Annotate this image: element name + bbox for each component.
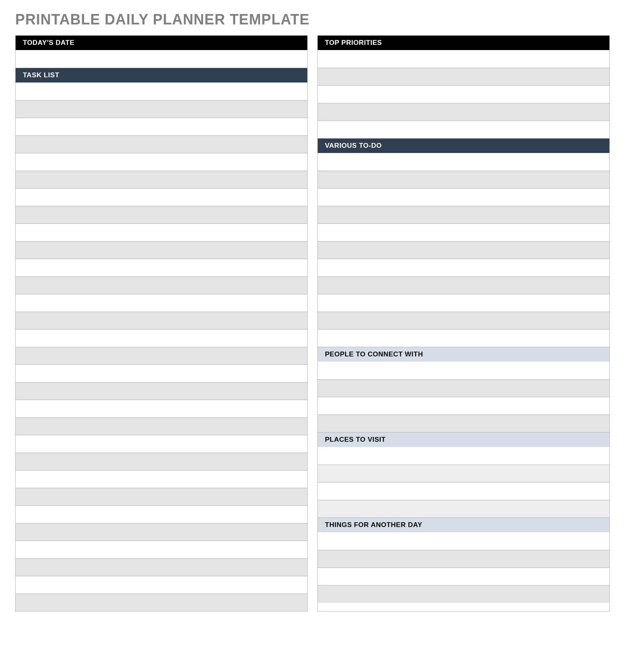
task-row[interactable] [16,435,307,453]
people-row[interactable] [318,379,609,397]
priority-row[interactable] [318,68,609,85]
task-row[interactable] [16,364,307,382]
left-column: TODAY'S DATE TASK LIST [15,35,308,612]
people-row[interactable] [318,362,609,379]
task-row[interactable] [16,312,307,329]
task-row[interactable] [16,523,307,541]
priority-row[interactable] [318,121,609,138]
task-row[interactable] [16,206,307,223]
places-row[interactable] [318,482,609,500]
task-row[interactable] [16,558,307,576]
things-row[interactable] [318,567,609,585]
places-header: PLACES TO VISIT [318,432,609,447]
task-list-header: TASK LIST [16,68,307,82]
things-row[interactable] [318,550,609,567]
todo-row[interactable] [318,206,609,223]
places-row[interactable] [318,465,609,482]
priority-row[interactable] [318,103,609,121]
todo-row[interactable] [318,188,609,206]
planner-columns: TODAY'S DATE TASK LIST TOP PRI [15,35,610,612]
todo-row[interactable] [318,223,609,241]
task-row[interactable] [16,488,307,505]
things-header: THINGS FOR ANOTHER DAY [318,517,609,532]
things-row[interactable] [318,532,609,550]
task-row[interactable] [16,541,307,558]
todo-row[interactable] [318,171,609,188]
task-row[interactable] [16,576,307,594]
todo-row[interactable] [318,312,609,329]
todo-row[interactable] [318,259,609,276]
task-row[interactable] [16,259,307,276]
todays-date-row[interactable] [16,50,307,68]
task-row[interactable] [16,82,307,100]
task-row[interactable] [16,294,307,312]
task-row[interactable] [16,470,307,488]
people-header: PEOPLE TO CONNECT WITH [318,347,609,362]
task-row[interactable] [16,188,307,206]
task-row[interactable] [16,594,307,611]
things-row[interactable] [318,585,609,603]
right-column: TOP PRIORITIES VARIOUS TO-DO PEOPLE TO C… [317,35,610,612]
task-row[interactable] [16,382,307,400]
priority-row[interactable] [318,85,609,103]
todo-row[interactable] [318,153,609,171]
people-row[interactable] [318,414,609,432]
todo-row[interactable] [318,294,609,312]
task-row[interactable] [16,453,307,470]
priority-row[interactable] [318,50,609,68]
task-row[interactable] [16,223,307,241]
todo-row[interactable] [318,241,609,259]
various-todo-header: VARIOUS TO-DO [318,138,609,153]
page-title: PRINTABLE DAILY PLANNER TEMPLATE [15,11,610,28]
task-row[interactable] [16,276,307,294]
task-row[interactable] [16,400,307,417]
top-priorities-header: TOP PRIORITIES [318,36,609,50]
people-row[interactable] [318,397,609,414]
task-row[interactable] [16,417,307,435]
task-row[interactable] [16,153,307,171]
task-row[interactable] [16,100,307,118]
places-row[interactable] [318,447,609,465]
task-row[interactable] [16,241,307,259]
todo-row[interactable] [318,276,609,294]
todays-date-header: TODAY'S DATE [16,36,307,50]
task-row[interactable] [16,329,307,347]
task-row[interactable] [16,118,307,135]
task-row[interactable] [16,347,307,364]
places-row[interactable] [318,500,609,517]
task-row[interactable] [16,505,307,523]
todo-row[interactable] [318,329,609,347]
task-row[interactable] [16,171,307,188]
task-row[interactable] [16,135,307,153]
